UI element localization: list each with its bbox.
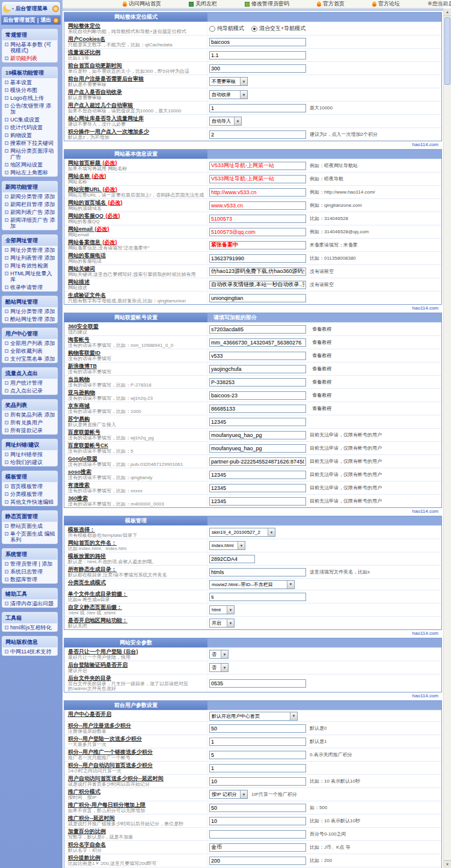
view-tutorial-link[interactable]: 查看教程 (312, 339, 331, 346)
field-label[interactable]: 是否开启地区网站功能： (68, 618, 206, 623)
field-label[interactable]: 推广积分-用户每日积分增加上限 (68, 802, 206, 808)
text-input[interactable] (209, 38, 306, 46)
sidebar-item[interactable]: 全部用户列表 添加 (2, 339, 57, 347)
sidebar-item[interactable]: UC集成设置 (2, 115, 57, 123)
field-label[interactable]: 网站备案信息 (必改) (68, 240, 206, 245)
text-input[interactable] (209, 593, 306, 601)
field-label[interactable]: 百度联盟帐号 (68, 430, 206, 435)
field-label[interactable]: 所有静态生成目录： (68, 567, 206, 572)
field-label[interactable]: 网站email (必改) (68, 227, 206, 232)
sidebar-item[interactable]: 管理员管理 | 添加 (2, 560, 57, 567)
field-label[interactable]: 亚马逊购物 (68, 390, 206, 396)
scrollbar[interactable]: ▲ ▼ (443, 8, 451, 868)
sidebar-item[interactable]: 数据库管理 (2, 575, 57, 583)
field-label[interactable]: 前台首页自动更新时间 (68, 63, 206, 69)
text-input[interactable] (209, 444, 306, 453)
sidebar-item[interactable]: 点入点出记录 (2, 387, 57, 394)
select-control[interactable]: skin19_4_20100527_2▼ (209, 528, 275, 537)
text-input[interactable] (209, 724, 306, 733)
sidebar-item[interactable]: 网址分类管理 添加 (2, 307, 57, 315)
admin-home-link[interactable]: 后台管理首页 (3, 16, 35, 24)
field-label[interactable]: 用户点入是否自动收录 (68, 90, 206, 95)
field-label[interactable]: 推广积分--延迟时间 (68, 816, 206, 821)
field-label[interactable]: 分类页生成模式 (68, 580, 206, 585)
sidebar-item[interactable]: 搜索框下拉关键词 (2, 139, 57, 147)
text-input[interactable] (209, 817, 306, 825)
sidebar-item[interactable]: HTML网址批量入库 (2, 269, 57, 283)
field-label[interactable]: 网站首页标题 (必改) (68, 160, 206, 166)
text-input[interactable] (209, 201, 306, 210)
text-input[interactable] (209, 51, 306, 60)
field-label[interactable]: 360搜索 (68, 496, 206, 501)
select-control[interactable]: 按IP 记积分▼ (209, 790, 248, 799)
field-label[interactable]: 360安全联盟 (68, 324, 206, 329)
sidebar-item[interactable]: 基本设置 (2, 78, 57, 86)
topbar-link[interactable]: 官方首页 (317, 0, 345, 8)
field-label[interactable]: 网站名称 (必改) (68, 174, 206, 179)
field-label[interactable]: 当当购物 (68, 377, 206, 382)
field-label[interactable]: 网站关键词 (68, 266, 206, 272)
text-input[interactable] (209, 830, 306, 839)
field-label[interactable]: 加量百分的比例 (68, 829, 206, 834)
view-tutorial-link[interactable]: 查看教程 (312, 405, 331, 412)
scroll-down-icon[interactable]: ▼ (444, 860, 451, 868)
text-input[interactable] (209, 188, 306, 197)
sidebar-item[interactable]: 统计代码设置 (2, 123, 57, 131)
text-input[interactable] (209, 241, 306, 249)
text-input[interactable] (209, 294, 306, 302)
sidebar-item[interactable]: 所有提款记录 (2, 426, 57, 434)
close-icon[interactable] (53, 17, 59, 23)
field-label[interactable]: 网站的客服QQ (必改) (68, 213, 206, 219)
logout-link[interactable]: 退出 (40, 16, 51, 24)
text-input[interactable] (209, 281, 306, 289)
sidebar-item[interactable]: 酷站网址管理 添加 (2, 315, 57, 323)
text-input[interactable] (209, 64, 306, 73)
topbar-link[interactable]: 官方论坛 (372, 0, 400, 8)
sidebar-item[interactable]: 中网114技术支持 (2, 647, 57, 655)
text-input[interactable] (209, 175, 306, 183)
field-label[interactable]: 有道搜索 (68, 483, 206, 488)
text-input[interactable] (209, 418, 306, 426)
field-label[interactable]: 积分名字自命名 (68, 842, 206, 848)
sidebar-item[interactable]: 网站基本参数 (可视模式) (2, 40, 57, 54)
sidebar-item[interactable]: 全部收藏列表 (2, 347, 57, 355)
text-input[interactable] (209, 228, 306, 236)
field-label[interactable]: 流量返还比例 (68, 50, 206, 55)
text-input[interactable] (209, 484, 306, 492)
sidebar-item[interactable]: 给我们的建议 (2, 458, 57, 466)
select-control[interactable]: 不需要审核▼ (209, 77, 248, 86)
field-label[interactable]: 后台登陆验证码是否开启 (68, 662, 206, 668)
text-input[interactable] (209, 267, 306, 276)
sidebar-item[interactable]: 首页模板管理 (2, 482, 57, 490)
text-input[interactable] (209, 738, 306, 746)
sidebar-item[interactable]: 新闻栏目管理 添加 (2, 200, 57, 208)
sidebar-item[interactable]: 单个页面生成 编辑系列 (2, 530, 57, 543)
field-label[interactable]: 积分--用户登陆一次送多少积分 (68, 736, 206, 742)
text-input[interactable] (209, 352, 306, 360)
text-input[interactable] (209, 497, 306, 506)
text-input[interactable] (209, 365, 306, 373)
field-label[interactable]: 用户自动访问首页送多少积分--延迟时间 (68, 776, 206, 781)
field-label[interactable]: 积分--用户自动访问首页送多少积分 (68, 763, 206, 768)
topbar-link[interactable]: 关闭左栏 (189, 0, 217, 8)
field-label[interactable]: 网站的首页域名 (必改) (68, 200, 206, 206)
sidebar-item[interactable]: 网站左上角图标 (2, 168, 57, 176)
field-label[interactable]: 模板选择： (68, 527, 206, 533)
sidebar-item[interactable]: Logo在线上传 (2, 94, 57, 102)
sidebar-item[interactable]: 支付宝黑名单 添加 (2, 355, 57, 362)
select-control[interactable]: 自动收录▼ (209, 90, 248, 99)
select-control[interactable]: 否▼ (209, 650, 229, 659)
field-label[interactable]: 苏宁易购 (68, 417, 206, 422)
field-label[interactable]: 核心网址库是否导入流量网址库 (68, 116, 206, 121)
sidebar-item[interactable]: 网址有效性检测 (2, 261, 57, 269)
text-input[interactable] (209, 378, 306, 387)
field-label[interactable]: 网站描述 (68, 280, 206, 285)
view-tutorial-link[interactable]: 查看教程 (312, 365, 331, 372)
field-label[interactable]: 积分--用户推广一个链接送多少积分 (68, 750, 206, 755)
sidebar-item[interactable]: 购物设置 (2, 131, 57, 139)
text-input[interactable] (209, 457, 306, 466)
view-tutorial-link[interactable]: 查看教程 (312, 352, 331, 359)
sidebar-item[interactable]: 分类模板管理 (2, 490, 57, 498)
field-label[interactable]: 网站整体定位 (68, 23, 206, 29)
text-input[interactable] (209, 104, 306, 112)
